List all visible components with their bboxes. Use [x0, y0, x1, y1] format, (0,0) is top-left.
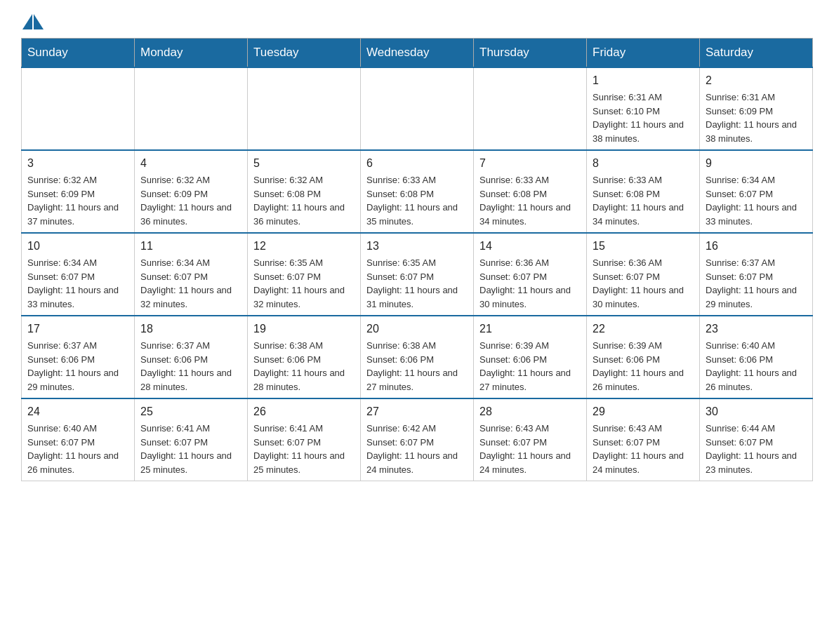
calendar-cell: 16Sunrise: 6:37 AMSunset: 6:07 PMDayligh… [700, 233, 813, 316]
calendar-cell: 24Sunrise: 6:40 AMSunset: 6:07 PMDayligh… [22, 398, 135, 481]
day-number: 25 [140, 403, 241, 420]
day-number: 12 [253, 238, 355, 255]
calendar-cell [474, 67, 587, 150]
calendar-cell: 9Sunrise: 6:34 AMSunset: 6:07 PMDaylight… [700, 150, 813, 233]
day-number: 13 [366, 238, 468, 255]
weekday-header-saturday: Saturday [700, 39, 813, 68]
cell-sun-info: Sunrise: 6:36 AMSunset: 6:07 PMDaylight:… [593, 256, 694, 311]
cell-sun-info: Sunrise: 6:42 AMSunset: 6:07 PMDaylight:… [366, 422, 468, 476]
cell-sun-info: Sunrise: 6:40 AMSunset: 6:06 PMDaylight:… [706, 339, 807, 394]
day-number: 10 [27, 238, 128, 255]
cell-sun-info: Sunrise: 6:31 AMSunset: 6:10 PMDaylight:… [593, 90, 694, 145]
calendar-cell: 30Sunrise: 6:44 AMSunset: 6:07 PMDayligh… [700, 398, 813, 481]
day-number: 14 [479, 238, 581, 255]
calendar-cell: 15Sunrise: 6:36 AMSunset: 6:07 PMDayligh… [587, 233, 700, 316]
cell-sun-info: Sunrise: 6:34 AMSunset: 6:07 PMDaylight:… [706, 173, 807, 228]
cell-sun-info: Sunrise: 6:33 AMSunset: 6:08 PMDaylight:… [479, 173, 581, 228]
day-number: 30 [706, 403, 807, 420]
calendar-cell: 25Sunrise: 6:41 AMSunset: 6:07 PMDayligh… [135, 398, 248, 481]
cell-sun-info: Sunrise: 6:40 AMSunset: 6:07 PMDaylight:… [27, 422, 128, 476]
weekday-header-monday: Monday [135, 39, 248, 68]
calendar-week-row: 1Sunrise: 6:31 AMSunset: 6:10 PMDaylight… [22, 67, 813, 150]
cell-sun-info: Sunrise: 6:37 AMSunset: 6:07 PMDaylight:… [706, 256, 807, 311]
cell-sun-info: Sunrise: 6:39 AMSunset: 6:06 PMDaylight:… [479, 339, 581, 394]
cell-sun-info: Sunrise: 6:34 AMSunset: 6:07 PMDaylight:… [140, 256, 241, 311]
calendar-week-row: 24Sunrise: 6:40 AMSunset: 6:07 PMDayligh… [22, 398, 813, 481]
calendar-week-row: 3Sunrise: 6:32 AMSunset: 6:09 PMDaylight… [22, 150, 813, 233]
cell-sun-info: Sunrise: 6:41 AMSunset: 6:07 PMDaylight:… [140, 422, 241, 476]
day-number: 26 [253, 403, 355, 420]
day-number: 3 [27, 155, 128, 172]
day-number: 16 [706, 238, 807, 255]
logo-triangle2-icon [34, 14, 44, 29]
day-number: 19 [253, 321, 355, 337]
calendar-cell: 22Sunrise: 6:39 AMSunset: 6:06 PMDayligh… [587, 316, 700, 398]
cell-sun-info: Sunrise: 6:37 AMSunset: 6:06 PMDaylight:… [27, 339, 128, 394]
calendar-cell: 11Sunrise: 6:34 AMSunset: 6:07 PMDayligh… [135, 233, 248, 316]
calendar-cell: 29Sunrise: 6:43 AMSunset: 6:07 PMDayligh… [587, 398, 700, 481]
weekday-header-thursday: Thursday [474, 39, 587, 68]
cell-sun-info: Sunrise: 6:38 AMSunset: 6:06 PMDaylight:… [253, 339, 355, 394]
logo-triangle-icon [22, 14, 32, 29]
cell-sun-info: Sunrise: 6:31 AMSunset: 6:09 PMDaylight:… [706, 90, 807, 145]
cell-sun-info: Sunrise: 6:35 AMSunset: 6:07 PMDaylight:… [366, 256, 468, 311]
calendar-cell: 2Sunrise: 6:31 AMSunset: 6:09 PMDaylight… [700, 67, 813, 150]
day-number: 24 [27, 403, 128, 420]
calendar-cell: 3Sunrise: 6:32 AMSunset: 6:09 PMDaylight… [22, 150, 135, 233]
calendar-cell: 13Sunrise: 6:35 AMSunset: 6:07 PMDayligh… [361, 233, 474, 316]
weekday-header-friday: Friday [587, 39, 700, 68]
calendar-cell: 27Sunrise: 6:42 AMSunset: 6:07 PMDayligh… [361, 398, 474, 481]
calendar-table: SundayMondayTuesdayWednesdayThursdayFrid… [21, 38, 813, 481]
cell-sun-info: Sunrise: 6:33 AMSunset: 6:08 PMDaylight:… [593, 173, 694, 228]
calendar-cell: 8Sunrise: 6:33 AMSunset: 6:08 PMDaylight… [587, 150, 700, 233]
day-number: 4 [140, 155, 241, 172]
calendar-cell: 12Sunrise: 6:35 AMSunset: 6:07 PMDayligh… [248, 233, 361, 316]
day-number: 6 [366, 155, 468, 172]
day-number: 28 [479, 403, 581, 420]
cell-sun-info: Sunrise: 6:34 AMSunset: 6:07 PMDaylight:… [27, 256, 128, 311]
cell-sun-info: Sunrise: 6:32 AMSunset: 6:08 PMDaylight:… [253, 173, 355, 228]
day-number: 1 [593, 72, 694, 89]
calendar-cell: 28Sunrise: 6:43 AMSunset: 6:07 PMDayligh… [474, 398, 587, 481]
calendar-cell [135, 67, 248, 150]
calendar-cell: 20Sunrise: 6:38 AMSunset: 6:06 PMDayligh… [361, 316, 474, 398]
day-number: 29 [593, 403, 694, 420]
day-number: 5 [253, 155, 355, 172]
day-number: 17 [27, 321, 128, 337]
calendar-cell: 4Sunrise: 6:32 AMSunset: 6:09 PMDaylight… [135, 150, 248, 233]
cell-sun-info: Sunrise: 6:32 AMSunset: 6:09 PMDaylight:… [27, 173, 128, 228]
cell-sun-info: Sunrise: 6:33 AMSunset: 6:08 PMDaylight:… [366, 173, 468, 228]
day-number: 7 [479, 155, 581, 172]
weekday-header-row: SundayMondayTuesdayWednesdayThursdayFrid… [22, 39, 813, 68]
weekday-header-sunday: Sunday [22, 39, 135, 68]
weekday-header-wednesday: Wednesday [361, 39, 474, 68]
cell-sun-info: Sunrise: 6:41 AMSunset: 6:07 PMDaylight:… [253, 422, 355, 476]
day-number: 21 [479, 321, 581, 337]
day-number: 22 [593, 321, 694, 337]
cell-sun-info: Sunrise: 6:37 AMSunset: 6:06 PMDaylight:… [140, 339, 241, 394]
day-number: 15 [593, 238, 694, 255]
calendar-cell: 18Sunrise: 6:37 AMSunset: 6:06 PMDayligh… [135, 316, 248, 398]
calendar-cell: 19Sunrise: 6:38 AMSunset: 6:06 PMDayligh… [248, 316, 361, 398]
calendar-cell [22, 67, 135, 150]
calendar-week-row: 17Sunrise: 6:37 AMSunset: 6:06 PMDayligh… [22, 316, 813, 398]
calendar-cell [361, 67, 474, 150]
day-number: 8 [593, 155, 694, 172]
day-number: 18 [140, 321, 241, 337]
calendar-cell: 5Sunrise: 6:32 AMSunset: 6:08 PMDaylight… [248, 150, 361, 233]
day-number: 20 [366, 321, 468, 337]
weekday-header-tuesday: Tuesday [248, 39, 361, 68]
cell-sun-info: Sunrise: 6:38 AMSunset: 6:06 PMDaylight:… [366, 339, 468, 394]
calendar-cell: 10Sunrise: 6:34 AMSunset: 6:07 PMDayligh… [22, 233, 135, 316]
calendar-cell: 1Sunrise: 6:31 AMSunset: 6:10 PMDaylight… [587, 67, 700, 150]
logo [21, 14, 45, 24]
cell-sun-info: Sunrise: 6:39 AMSunset: 6:06 PMDaylight:… [593, 339, 694, 394]
day-number: 11 [140, 238, 241, 255]
calendar-cell: 7Sunrise: 6:33 AMSunset: 6:08 PMDaylight… [474, 150, 587, 233]
calendar-cell: 14Sunrise: 6:36 AMSunset: 6:07 PMDayligh… [474, 233, 587, 316]
calendar-cell: 26Sunrise: 6:41 AMSunset: 6:07 PMDayligh… [248, 398, 361, 481]
calendar-cell: 23Sunrise: 6:40 AMSunset: 6:06 PMDayligh… [700, 316, 813, 398]
cell-sun-info: Sunrise: 6:44 AMSunset: 6:07 PMDaylight:… [706, 422, 807, 476]
day-number: 2 [706, 72, 807, 89]
cell-sun-info: Sunrise: 6:35 AMSunset: 6:07 PMDaylight:… [253, 256, 355, 311]
